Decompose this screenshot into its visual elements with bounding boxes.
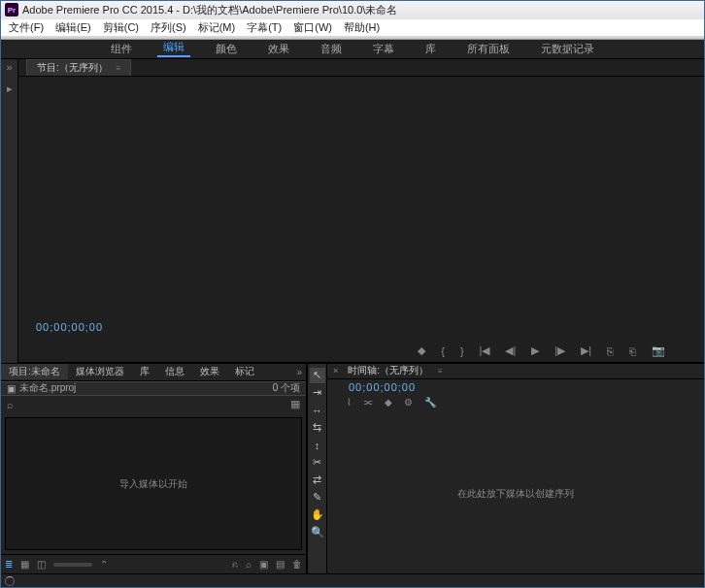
lift-icon[interactable]: ⎘ [607,345,614,357]
timeline-option-icons: ⌇ ⫘ ◆ ⚙ 🔧 [327,395,704,410]
timeline-tab-row: × 时间轴:（无序列） ≡ [327,364,704,379]
close-tab-icon[interactable]: × [333,366,338,376]
track-select-tool[interactable]: ⇥ [310,385,325,401]
tabs-overflow-icon[interactable]: » [296,367,302,377]
expand-handle-icon[interactable]: » [6,59,12,75]
program-playback-controls: ◆ { } |◀ ◀| ▶ |▶ ▶| ⎘ ⎗ 📷 [18,341,704,362]
sort-icon[interactable]: ⌃ [100,559,108,570]
ripple-edit-tool[interactable]: ↔ [310,403,325,418]
folder-icon: ▣ [7,383,16,394]
menu-title[interactable]: 字幕(T) [241,20,287,35]
rate-stretch-tool[interactable]: ↕ [310,438,325,453]
marker-button-icon[interactable]: ◆ [418,344,425,357]
timeline-body[interactable]: 在此处放下媒体以创建序列 [327,414,704,573]
program-monitor-viewport: 00;00;00;00 [18,77,704,341]
trash-icon[interactable]: 🗑 [292,559,302,570]
program-tab-label: 节目:（无序列） [37,62,108,73]
timeline-panel: × 时间轴:（无序列） ≡ 00;00;00;00 ⌇ ⫘ ◆ ⚙ 🔧 在此处放… [327,364,704,573]
program-tab-row: 节目:（无序列） ≡ [18,59,704,77]
find-icon[interactable]: ⌕ [246,559,252,570]
workspace-color[interactable]: 颜色 [210,42,243,56]
zoom-tool[interactable]: 🔍 [310,525,325,540]
auto-match-icon[interactable]: ⎌ [232,559,238,570]
import-media-message: 导入媒体以开始 [119,477,187,491]
workspace-library[interactable]: 库 [420,42,442,56]
bin-folder-icon[interactable]: ▦ [290,398,300,410]
menu-window[interactable]: 窗口(W) [287,20,338,35]
step-back-icon[interactable]: ◀| [505,344,516,357]
window-title: Adobe Premiere Pro CC 2015.4 - D:\我的文档\A… [22,3,397,17]
go-to-in-icon[interactable]: |◀ [480,344,490,357]
project-filename: 未命名.prproj [19,381,76,395]
search-icon[interactable]: ⌕ [7,399,14,410]
play-icon[interactable]: ▶ [531,344,539,357]
project-info-row: ▣ 未命名.prproj 0 个项 [1,381,306,396]
project-footer: ≣ ▦ ◫ ⌃ ⎌ ⌕ ▣ ▤ 🗑 [1,554,306,573]
app-icon: Pr [5,3,18,16]
item-count: 0 个项 [273,381,300,395]
menu-marker[interactable]: 标记(M) [192,20,242,35]
timeline-timecode[interactable]: 00;00;00;00 [327,379,704,393]
workspace-title[interactable]: 字幕 [367,42,400,56]
source-panel-collapsed[interactable]: » ▸ [1,59,18,363]
workspace-audio[interactable]: 音频 [315,42,348,56]
menubar: 文件(F) 编辑(E) 剪辑(C) 序列(S) 标记(M) 字幕(T) 窗口(W… [1,19,704,37]
panel-menu-icon[interactable]: ≡ [117,64,121,73]
rolling-edit-tool[interactable]: ⇆ [310,420,325,436]
tab-media-browser[interactable]: 媒体浏览器 [68,364,132,379]
drop-media-message: 在此处放下媒体以创建序列 [457,487,574,501]
export-frame-icon[interactable]: 📷 [652,344,665,357]
new-item-icon[interactable]: ▤ [276,559,285,570]
workspace-edit[interactable]: 编辑 [157,40,190,57]
tab-library[interactable]: 库 [132,364,157,379]
program-tab[interactable]: 节目:（无序列） ≡ [26,59,131,76]
thumb-size-slider[interactable] [53,563,92,567]
wrench-icon[interactable]: 🔧 [424,397,436,408]
snap-icon[interactable]: ⌇ [347,397,352,408]
sequence-settings-icon[interactable]: ⚙ [404,397,413,408]
project-search-row: ⌕ ▦ [1,396,306,413]
add-marker-icon[interactable]: ◆ [385,397,392,408]
marker-icon: ▸ [7,81,13,97]
tab-effects[interactable]: 效果 [192,364,227,379]
linked-selection-icon[interactable]: ⫘ [363,397,373,408]
project-panel: 项目:未命名 媒体浏览器 库 信息 效果 标记 » ▣ 未命名.prproj 0… [1,364,308,573]
icon-view-icon[interactable]: ▦ [20,559,29,570]
list-view-icon[interactable]: ≣ [5,559,13,570]
workspace-tabs: 组件 编辑 颜色 效果 音频 字幕 库 所有面板 元数据记录 [1,40,704,59]
project-bin-area[interactable]: 导入媒体以开始 [5,417,302,550]
razor-tool[interactable]: ✂ [310,455,325,471]
timeline-tab-label[interactable]: 时间轴:（无序列） [342,364,434,377]
workspace-allpanels[interactable]: 所有面板 [461,42,516,56]
tab-markers[interactable]: 标记 [227,364,262,379]
hand-tool[interactable]: ✋ [310,507,325,523]
slip-tool[interactable]: ⇄ [310,473,325,488]
menu-sequence[interactable]: 序列(S) [145,20,192,35]
pen-tool[interactable]: ✎ [310,490,325,506]
tab-project[interactable]: 项目:未命名 [1,364,68,379]
tab-info[interactable]: 信息 [157,364,192,379]
workspace-effects[interactable]: 效果 [262,42,295,56]
menu-file[interactable]: 文件(F) [3,20,50,35]
window-titlebar: Pr Adobe Premiere Pro CC 2015.4 - D:\我的文… [1,1,704,19]
tools-panel: ↖ ⇥ ↔ ⇆ ↕ ✂ ⇄ ✎ ✋ 🔍 [308,364,327,573]
freeform-view-icon[interactable]: ◫ [37,559,46,570]
mark-out-icon[interactable]: } [460,345,464,357]
step-forward-icon[interactable]: |▶ [554,344,565,357]
project-tab-row: 项目:未命名 媒体浏览器 库 信息 效果 标记 » [1,364,306,381]
new-bin-icon[interactable]: ▣ [259,559,268,570]
menu-help[interactable]: 帮助(H) [338,20,386,35]
menu-clip[interactable]: 剪辑(C) [97,20,145,35]
program-monitor-panel: 节目:（无序列） ≡ 00;00;00;00 ◆ { } |◀ ◀| ▶ |▶ … [18,59,704,363]
progress-spinner-icon [5,576,15,586]
panel-menu-icon[interactable]: ≡ [438,367,443,376]
status-bar [1,573,704,587]
workspace-components[interactable]: 组件 [105,42,138,56]
mark-in-icon[interactable]: { [441,345,445,357]
selection-tool[interactable]: ↖ [310,368,325,383]
extract-icon[interactable]: ⎗ [629,345,636,357]
menu-edit[interactable]: 编辑(E) [50,20,97,35]
go-to-out-icon[interactable]: ▶| [581,344,591,357]
program-timecode[interactable]: 00;00;00;00 [36,321,103,333]
workspace-metadata[interactable]: 元数据记录 [535,42,600,56]
